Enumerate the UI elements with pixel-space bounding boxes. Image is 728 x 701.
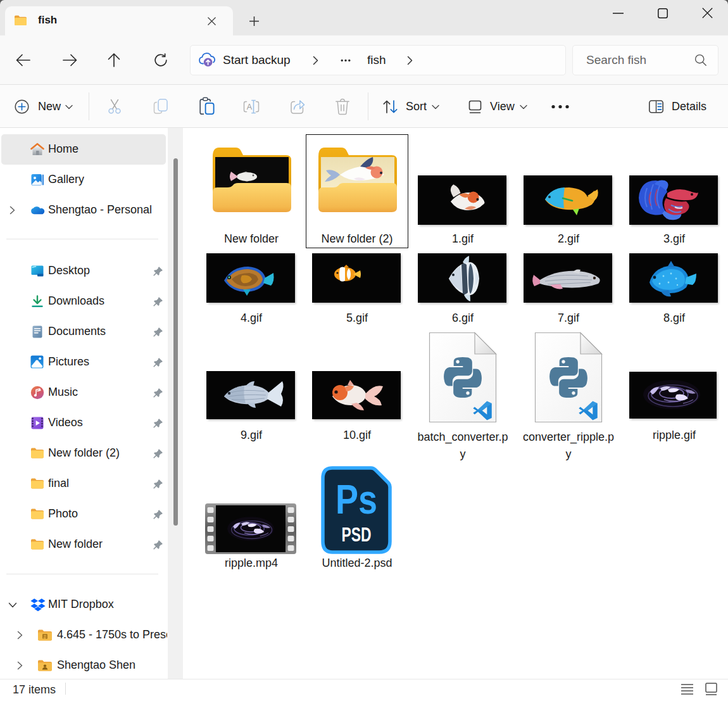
svg-text:PSD: PSD (342, 524, 372, 546)
svg-text:A: A (247, 103, 253, 111)
svg-text:Ps: Ps (336, 477, 377, 522)
